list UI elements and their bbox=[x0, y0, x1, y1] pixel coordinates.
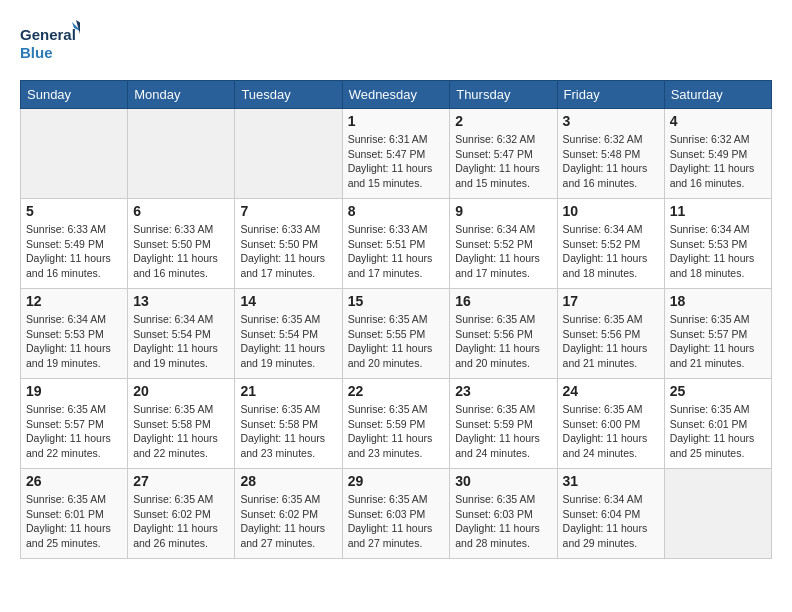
day-number: 26 bbox=[26, 473, 122, 489]
day-number: 30 bbox=[455, 473, 551, 489]
calendar-cell: 27Sunrise: 6:35 AM Sunset: 6:02 PM Dayli… bbox=[128, 469, 235, 559]
day-number: 8 bbox=[348, 203, 445, 219]
day-info: Sunrise: 6:35 AM Sunset: 5:58 PM Dayligh… bbox=[133, 402, 229, 461]
calendar-cell: 12Sunrise: 6:34 AM Sunset: 5:53 PM Dayli… bbox=[21, 289, 128, 379]
day-info: Sunrise: 6:35 AM Sunset: 5:57 PM Dayligh… bbox=[670, 312, 766, 371]
calendar-cell: 31Sunrise: 6:34 AM Sunset: 6:04 PM Dayli… bbox=[557, 469, 664, 559]
day-number: 11 bbox=[670, 203, 766, 219]
calendar-cell: 16Sunrise: 6:35 AM Sunset: 5:56 PM Dayli… bbox=[450, 289, 557, 379]
day-number: 28 bbox=[240, 473, 336, 489]
day-info: Sunrise: 6:35 AM Sunset: 6:03 PM Dayligh… bbox=[348, 492, 445, 551]
calendar-cell bbox=[664, 469, 771, 559]
header-tuesday: Tuesday bbox=[235, 81, 342, 109]
calendar-cell: 13Sunrise: 6:34 AM Sunset: 5:54 PM Dayli… bbox=[128, 289, 235, 379]
day-info: Sunrise: 6:34 AM Sunset: 6:04 PM Dayligh… bbox=[563, 492, 659, 551]
calendar-cell: 17Sunrise: 6:35 AM Sunset: 5:56 PM Dayli… bbox=[557, 289, 664, 379]
calendar-cell: 14Sunrise: 6:35 AM Sunset: 5:54 PM Dayli… bbox=[235, 289, 342, 379]
day-number: 15 bbox=[348, 293, 445, 309]
calendar-cell: 8Sunrise: 6:33 AM Sunset: 5:51 PM Daylig… bbox=[342, 199, 450, 289]
day-number: 7 bbox=[240, 203, 336, 219]
day-info: Sunrise: 6:35 AM Sunset: 5:58 PM Dayligh… bbox=[240, 402, 336, 461]
calendar-cell: 10Sunrise: 6:34 AM Sunset: 5:52 PM Dayli… bbox=[557, 199, 664, 289]
calendar-cell: 4Sunrise: 6:32 AM Sunset: 5:49 PM Daylig… bbox=[664, 109, 771, 199]
calendar-cell: 21Sunrise: 6:35 AM Sunset: 5:58 PM Dayli… bbox=[235, 379, 342, 469]
calendar-cell bbox=[235, 109, 342, 199]
day-info: Sunrise: 6:33 AM Sunset: 5:49 PM Dayligh… bbox=[26, 222, 122, 281]
day-info: Sunrise: 6:35 AM Sunset: 5:54 PM Dayligh… bbox=[240, 312, 336, 371]
day-number: 22 bbox=[348, 383, 445, 399]
day-info: Sunrise: 6:34 AM Sunset: 5:52 PM Dayligh… bbox=[563, 222, 659, 281]
day-number: 13 bbox=[133, 293, 229, 309]
day-info: Sunrise: 6:35 AM Sunset: 6:00 PM Dayligh… bbox=[563, 402, 659, 461]
calendar-header-row: SundayMondayTuesdayWednesdayThursdayFrid… bbox=[21, 81, 772, 109]
day-number: 10 bbox=[563, 203, 659, 219]
day-number: 27 bbox=[133, 473, 229, 489]
week-row-4: 26Sunrise: 6:35 AM Sunset: 6:01 PM Dayli… bbox=[21, 469, 772, 559]
calendar-cell: 22Sunrise: 6:35 AM Sunset: 5:59 PM Dayli… bbox=[342, 379, 450, 469]
day-info: Sunrise: 6:35 AM Sunset: 5:56 PM Dayligh… bbox=[455, 312, 551, 371]
day-number: 19 bbox=[26, 383, 122, 399]
calendar-table: SundayMondayTuesdayWednesdayThursdayFrid… bbox=[20, 80, 772, 559]
day-number: 6 bbox=[133, 203, 229, 219]
day-number: 31 bbox=[563, 473, 659, 489]
day-info: Sunrise: 6:35 AM Sunset: 5:59 PM Dayligh… bbox=[348, 402, 445, 461]
calendar-cell: 25Sunrise: 6:35 AM Sunset: 6:01 PM Dayli… bbox=[664, 379, 771, 469]
day-number: 9 bbox=[455, 203, 551, 219]
calendar-cell: 3Sunrise: 6:32 AM Sunset: 5:48 PM Daylig… bbox=[557, 109, 664, 199]
day-info: Sunrise: 6:32 AM Sunset: 5:49 PM Dayligh… bbox=[670, 132, 766, 191]
day-info: Sunrise: 6:34 AM Sunset: 5:54 PM Dayligh… bbox=[133, 312, 229, 371]
day-info: Sunrise: 6:35 AM Sunset: 5:59 PM Dayligh… bbox=[455, 402, 551, 461]
calendar-cell: 26Sunrise: 6:35 AM Sunset: 6:01 PM Dayli… bbox=[21, 469, 128, 559]
calendar-cell bbox=[128, 109, 235, 199]
calendar-cell: 6Sunrise: 6:33 AM Sunset: 5:50 PM Daylig… bbox=[128, 199, 235, 289]
day-number: 4 bbox=[670, 113, 766, 129]
day-info: Sunrise: 6:34 AM Sunset: 5:53 PM Dayligh… bbox=[26, 312, 122, 371]
day-number: 12 bbox=[26, 293, 122, 309]
calendar-cell: 28Sunrise: 6:35 AM Sunset: 6:02 PM Dayli… bbox=[235, 469, 342, 559]
day-info: Sunrise: 6:33 AM Sunset: 5:50 PM Dayligh… bbox=[133, 222, 229, 281]
day-number: 21 bbox=[240, 383, 336, 399]
day-number: 16 bbox=[455, 293, 551, 309]
day-number: 25 bbox=[670, 383, 766, 399]
day-number: 5 bbox=[26, 203, 122, 219]
svg-text:Blue: Blue bbox=[20, 44, 53, 61]
day-number: 23 bbox=[455, 383, 551, 399]
day-info: Sunrise: 6:35 AM Sunset: 5:56 PM Dayligh… bbox=[563, 312, 659, 371]
calendar-cell: 9Sunrise: 6:34 AM Sunset: 5:52 PM Daylig… bbox=[450, 199, 557, 289]
calendar-cell: 20Sunrise: 6:35 AM Sunset: 5:58 PM Dayli… bbox=[128, 379, 235, 469]
calendar-cell: 29Sunrise: 6:35 AM Sunset: 6:03 PM Dayli… bbox=[342, 469, 450, 559]
day-number: 18 bbox=[670, 293, 766, 309]
header-wednesday: Wednesday bbox=[342, 81, 450, 109]
calendar-cell: 24Sunrise: 6:35 AM Sunset: 6:00 PM Dayli… bbox=[557, 379, 664, 469]
header-thursday: Thursday bbox=[450, 81, 557, 109]
calendar-cell: 5Sunrise: 6:33 AM Sunset: 5:49 PM Daylig… bbox=[21, 199, 128, 289]
day-info: Sunrise: 6:31 AM Sunset: 5:47 PM Dayligh… bbox=[348, 132, 445, 191]
week-row-1: 5Sunrise: 6:33 AM Sunset: 5:49 PM Daylig… bbox=[21, 199, 772, 289]
day-info: Sunrise: 6:35 AM Sunset: 5:57 PM Dayligh… bbox=[26, 402, 122, 461]
calendar-cell: 7Sunrise: 6:33 AM Sunset: 5:50 PM Daylig… bbox=[235, 199, 342, 289]
calendar-cell: 11Sunrise: 6:34 AM Sunset: 5:53 PM Dayli… bbox=[664, 199, 771, 289]
day-info: Sunrise: 6:32 AM Sunset: 5:47 PM Dayligh… bbox=[455, 132, 551, 191]
calendar-cell: 19Sunrise: 6:35 AM Sunset: 5:57 PM Dayli… bbox=[21, 379, 128, 469]
day-info: Sunrise: 6:35 AM Sunset: 6:03 PM Dayligh… bbox=[455, 492, 551, 551]
calendar-cell: 23Sunrise: 6:35 AM Sunset: 5:59 PM Dayli… bbox=[450, 379, 557, 469]
logo-svg: General Blue bbox=[20, 20, 80, 64]
header-sunday: Sunday bbox=[21, 81, 128, 109]
calendar-cell: 18Sunrise: 6:35 AM Sunset: 5:57 PM Dayli… bbox=[664, 289, 771, 379]
day-number: 29 bbox=[348, 473, 445, 489]
logo: General Blue bbox=[20, 20, 80, 64]
day-info: Sunrise: 6:35 AM Sunset: 6:02 PM Dayligh… bbox=[240, 492, 336, 551]
day-number: 24 bbox=[563, 383, 659, 399]
day-info: Sunrise: 6:34 AM Sunset: 5:53 PM Dayligh… bbox=[670, 222, 766, 281]
day-number: 20 bbox=[133, 383, 229, 399]
day-info: Sunrise: 6:35 AM Sunset: 6:01 PM Dayligh… bbox=[670, 402, 766, 461]
day-info: Sunrise: 6:35 AM Sunset: 6:01 PM Dayligh… bbox=[26, 492, 122, 551]
calendar-cell: 1Sunrise: 6:31 AM Sunset: 5:47 PM Daylig… bbox=[342, 109, 450, 199]
page-header: General Blue bbox=[20, 20, 772, 64]
calendar-cell: 2Sunrise: 6:32 AM Sunset: 5:47 PM Daylig… bbox=[450, 109, 557, 199]
header-monday: Monday bbox=[128, 81, 235, 109]
day-info: Sunrise: 6:33 AM Sunset: 5:51 PM Dayligh… bbox=[348, 222, 445, 281]
week-row-0: 1Sunrise: 6:31 AM Sunset: 5:47 PM Daylig… bbox=[21, 109, 772, 199]
day-info: Sunrise: 6:33 AM Sunset: 5:50 PM Dayligh… bbox=[240, 222, 336, 281]
day-info: Sunrise: 6:34 AM Sunset: 5:52 PM Dayligh… bbox=[455, 222, 551, 281]
